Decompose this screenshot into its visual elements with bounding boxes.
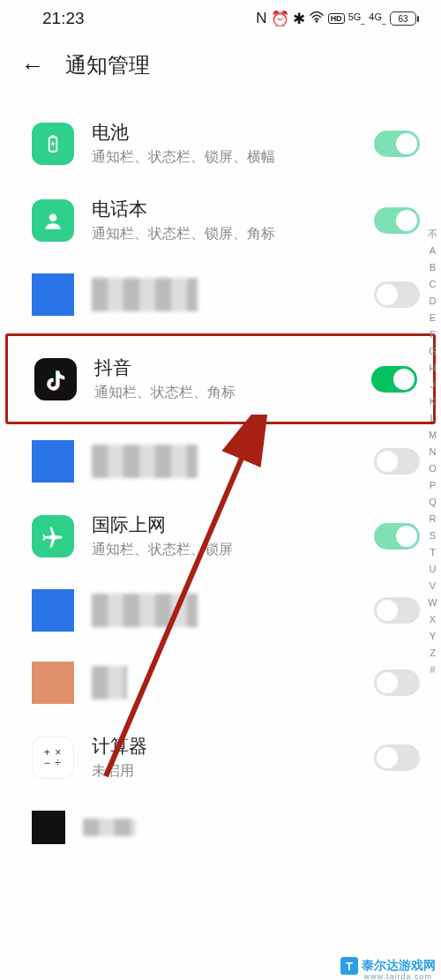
alpha-letter[interactable]: R (430, 514, 437, 524)
alpha-letter[interactable]: T (430, 548, 436, 557)
app-row-hidden-4[interactable] (0, 647, 441, 720)
battery-icon: 63 (390, 11, 416, 26)
hidden-app-icon (32, 811, 65, 844)
toggle-hidden-2[interactable] (374, 448, 420, 475)
alpha-letter[interactable]: K (430, 397, 436, 407)
alpha-letter[interactable]: P (430, 481, 436, 490)
hidden-app-icon (32, 440, 74, 483)
app-name: 电话本 (92, 197, 356, 221)
hidden-text (83, 819, 136, 836)
header: ← 通知管理 (0, 35, 441, 101)
app-sub: 通知栏、状态栏、角标 (94, 384, 354, 402)
svg-point-3 (49, 213, 57, 221)
alarm-icon: ⏰ (271, 10, 289, 28)
app-sub: 通知栏、状态栏、锁屏、横幅 (92, 148, 356, 167)
toggle-hidden-3[interactable] (374, 597, 420, 624)
alpha-letter[interactable]: H (430, 363, 437, 373)
app-row-hidden-1[interactable] (0, 259, 441, 332)
alpha-letter[interactable]: S (430, 531, 436, 541)
toggle-calculator[interactable] (374, 744, 420, 771)
alpha-letter[interactable]: 不 (428, 229, 437, 239)
alpha-letter[interactable]: N (430, 447, 437, 457)
hidden-app-icon (32, 662, 74, 704)
app-sub: 未启用 (92, 762, 356, 781)
app-row-douyin[interactable]: 抖音 通知栏、状态栏、角标 (5, 333, 436, 424)
wifi-icon (309, 10, 325, 27)
nfc-icon: N (256, 10, 266, 27)
svg-rect-2 (51, 135, 55, 137)
alpha-letter[interactable]: W (428, 598, 437, 608)
app-row-intl-roaming[interactable]: 国际上网 通知栏、状态栏、锁屏 (0, 498, 441, 575)
app-row-calculator[interactable]: + ×− ÷ 计算器 未启用 (0, 720, 441, 797)
watermark-badge-icon: T (340, 957, 358, 975)
alpha-letter[interactable]: V (430, 581, 436, 591)
alpha-letter[interactable]: E (430, 313, 436, 323)
app-name: 计算器 (92, 734, 356, 759)
hidden-text (92, 666, 127, 699)
app-sub: 通知栏、状态栏、锁屏 (92, 541, 356, 559)
alpha-letter[interactable]: L (430, 414, 435, 423)
app-name: 电池 (92, 120, 356, 145)
watermark-url: www.tairda.com (363, 972, 432, 980)
plane-app-icon (32, 515, 74, 557)
alpha-letter[interactable]: # (430, 665, 435, 675)
alpha-letter[interactable]: C (430, 280, 437, 289)
alpha-letter[interactable]: B (430, 263, 436, 273)
alpha-index[interactable]: 不 A B C D E F G H J K L M N O P Q R S T … (428, 229, 437, 675)
back-button[interactable]: ← (21, 52, 44, 79)
toggle-intl[interactable] (374, 523, 420, 550)
contacts-app-icon (32, 199, 74, 242)
alpha-letter[interactable]: U (430, 565, 437, 574)
alpha-letter[interactable]: M (429, 430, 437, 440)
app-row-battery[interactable]: 电池 通知栏、状态栏、锁屏、横幅 (0, 106, 441, 183)
toggle-hidden-1[interactable] (374, 281, 420, 308)
app-list: 电池 通知栏、状态栏、锁屏、横幅 电话本 通知栏、状态栏、锁屏、角标 抖音 通知… (0, 101, 441, 855)
toggle-battery[interactable] (374, 131, 420, 157)
hidden-text (92, 445, 198, 478)
alpha-letter[interactable]: Z (430, 648, 436, 658)
hidden-app-icon (32, 273, 74, 316)
toggle-douyin[interactable] (371, 366, 417, 393)
toggle-contacts[interactable] (374, 207, 420, 234)
alpha-letter[interactable]: G (429, 347, 437, 356)
svg-point-0 (315, 20, 318, 23)
page-title: 通知管理 (65, 51, 150, 79)
signal-5g-icon: 5G⎯ (348, 11, 366, 25)
battery-app-icon (32, 123, 74, 165)
app-row-hidden-3[interactable] (0, 575, 441, 647)
alpha-letter[interactable]: Q (429, 497, 437, 507)
signal-4g-icon: 4G⎯ (369, 11, 386, 25)
app-row-hidden-2[interactable] (0, 426, 441, 498)
alpha-letter[interactable]: O (429, 464, 437, 474)
calculator-app-icon: + ×− ÷ (32, 737, 74, 779)
app-name: 国际上网 (92, 512, 356, 537)
app-row-hidden-5[interactable] (0, 797, 441, 849)
douyin-app-icon (34, 358, 77, 400)
hidden-app-icon (32, 589, 74, 632)
status-icons: N ⏰ ✱ HD 5G⎯ 4G⎯ 63 (256, 10, 416, 28)
status-bar: 21:23 N ⏰ ✱ HD 5G⎯ 4G⎯ 63 (0, 0, 441, 35)
alpha-letter[interactable]: D (430, 296, 437, 306)
hidden-text (92, 594, 198, 627)
alpha-letter[interactable]: J (430, 380, 436, 390)
alpha-letter[interactable]: Y (430, 632, 436, 641)
app-sub: 通知栏、状态栏、锁屏、角标 (92, 225, 356, 243)
hd-icon: HD (328, 13, 345, 24)
app-row-contacts[interactable]: 电话本 通知栏、状态栏、锁屏、角标 (0, 183, 441, 259)
hidden-text (92, 278, 198, 311)
alpha-letter[interactable]: X (430, 615, 436, 625)
app-name: 抖音 (94, 355, 354, 380)
alpha-letter[interactable]: A (430, 246, 436, 256)
status-time: 21:23 (42, 9, 85, 28)
alpha-letter[interactable]: F (430, 330, 436, 340)
toggle-hidden-4[interactable] (374, 670, 420, 696)
bluetooth-icon: ✱ (293, 10, 305, 28)
